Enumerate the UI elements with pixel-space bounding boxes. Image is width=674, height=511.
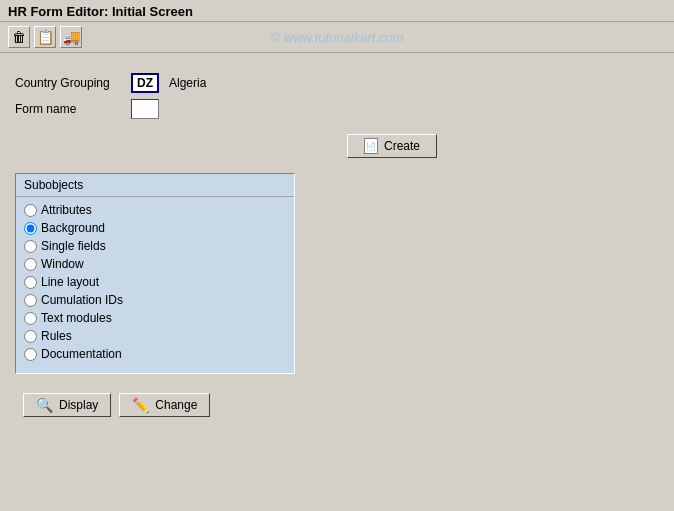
display-button[interactable]: 🔍 Display — [23, 393, 111, 417]
radio-documentation[interactable]: Documentation — [16, 345, 294, 363]
radio-single-fields-input[interactable] — [24, 240, 37, 253]
radio-attributes-input[interactable] — [24, 204, 37, 217]
radio-text-modules-label: Text modules — [41, 311, 112, 325]
radio-background-label: Background — [41, 221, 105, 235]
change-icon: ✏️ — [132, 397, 149, 413]
country-code-field[interactable]: DZ — [131, 73, 159, 93]
radio-window-label: Window — [41, 257, 84, 271]
form-name-label: Form name — [15, 102, 125, 116]
display-icon: 🔍 — [36, 397, 53, 413]
radio-rules[interactable]: Rules — [16, 327, 294, 345]
country-grouping-row: Country Grouping DZ Algeria — [15, 73, 659, 93]
radio-line-layout[interactable]: Line layout — [16, 273, 294, 291]
country-name-display: Algeria — [169, 76, 206, 90]
radio-line-layout-input[interactable] — [24, 276, 37, 289]
radio-line-layout-label: Line layout — [41, 275, 99, 289]
radio-rules-label: Rules — [41, 329, 72, 343]
radio-text-modules-input[interactable] — [24, 312, 37, 325]
radio-window-input[interactable] — [24, 258, 37, 271]
radio-single-fields[interactable]: Single fields — [16, 237, 294, 255]
radio-window[interactable]: Window — [16, 255, 294, 273]
transport-button[interactable]: 🚚 — [60, 26, 82, 48]
radio-cumulation-ids[interactable]: Cumulation IDs — [16, 291, 294, 309]
watermark: © www.tutorialkart.com — [270, 30, 403, 45]
change-button[interactable]: ✏️ Change — [119, 393, 210, 417]
subobjects-box: Subobjects Attributes Background Single … — [15, 173, 295, 374]
create-button-label: Create — [384, 139, 420, 153]
bottom-toolbar: 🔍 Display ✏️ Change — [15, 389, 659, 421]
create-area: 📄 Create — [15, 134, 659, 158]
radio-attributes-label: Attributes — [41, 203, 92, 217]
radio-cumulation-ids-label: Cumulation IDs — [41, 293, 123, 307]
radio-text-modules[interactable]: Text modules — [16, 309, 294, 327]
main-content: Country Grouping DZ Algeria Form name 📄 … — [0, 53, 674, 431]
radio-background-input[interactable] — [24, 222, 37, 235]
radio-attributes[interactable]: Attributes — [16, 201, 294, 219]
form-area: Country Grouping DZ Algeria Form name — [15, 73, 659, 119]
document-icon: 📄 — [364, 138, 378, 154]
form-name-row: Form name — [15, 99, 659, 119]
radio-single-fields-label: Single fields — [41, 239, 106, 253]
copy-button[interactable]: 📋 — [34, 26, 56, 48]
title-text: HR Form Editor: Initial Screen — [8, 4, 193, 19]
form-name-input[interactable] — [131, 99, 159, 119]
subobjects-title: Subobjects — [16, 174, 294, 197]
title-bar: HR Form Editor: Initial Screen — [0, 0, 674, 22]
display-button-label: Display — [59, 398, 98, 412]
toolbar: 🗑 📋 🚚 © www.tutorialkart.com — [0, 22, 674, 53]
radio-documentation-label: Documentation — [41, 347, 122, 361]
transport-icon: 🚚 — [63, 29, 80, 45]
change-button-label: Change — [155, 398, 197, 412]
radio-rules-input[interactable] — [24, 330, 37, 343]
radio-documentation-input[interactable] — [24, 348, 37, 361]
delete-button[interactable]: 🗑 — [8, 26, 30, 48]
country-grouping-label: Country Grouping — [15, 76, 125, 90]
create-button[interactable]: 📄 Create — [347, 134, 437, 158]
copy-icon: 📋 — [37, 29, 54, 45]
radio-background[interactable]: Background — [16, 219, 294, 237]
delete-icon: 🗑 — [12, 29, 26, 45]
radio-cumulation-ids-input[interactable] — [24, 294, 37, 307]
